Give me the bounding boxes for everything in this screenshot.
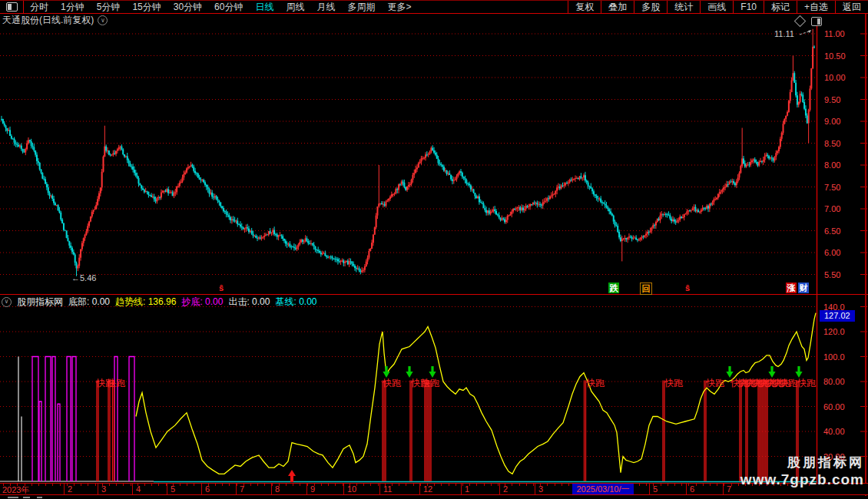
minor-tick — [661, 484, 661, 486]
high-price-label: 11.11 — [774, 29, 794, 38]
menu-item-period-7[interactable]: 周线 — [280, 1, 310, 13]
menu-item-period-5[interactable]: 60分钟 — [208, 1, 249, 13]
price-axis-label: 6.00 — [824, 248, 840, 257]
minor-tick — [484, 484, 485, 486]
menu-item-tool-5[interactable]: F10 — [733, 1, 764, 13]
minor-tick — [717, 484, 717, 486]
menu-item-tool-8[interactable]: 返回 — [835, 1, 868, 13]
date-axis-label: 6 — [690, 484, 694, 494]
minor-tick — [328, 484, 329, 486]
minor-tick — [646, 484, 647, 486]
chart-marker-s[interactable]: ŝ — [216, 283, 227, 293]
menu-item-period-10[interactable]: 更多> — [381, 1, 417, 13]
menu-item-period-4[interactable]: 30分钟 — [167, 1, 208, 13]
minor-tick — [222, 484, 223, 486]
price-axis-label: 9.50 — [824, 95, 840, 104]
minor-tick — [406, 484, 406, 486]
main-candlestick-chart[interactable]: 11.0010.5010.009.509.008.508.007.507.006… — [0, 26, 868, 295]
menu-item-period-3[interactable]: 15分钟 — [126, 1, 167, 13]
top-menu-bar: 分时1分钟5分钟15分钟30分钟60分钟日线周线月线多周期更多> 复权叠加多股统… — [0, 0, 868, 14]
minor-tick — [562, 484, 562, 486]
price-axis-label: 9.00 — [824, 117, 840, 126]
indicator-axis-label: 120.0 — [823, 327, 845, 336]
menu-item-tool-6[interactable]: 标记 — [764, 1, 797, 13]
minor-tick — [399, 484, 399, 486]
minor-tick — [639, 484, 640, 486]
minor-tick — [95, 484, 96, 486]
low-price-label: ←5.46 — [71, 273, 96, 283]
menu-item-period-9[interactable]: 多周期 — [341, 1, 381, 13]
minor-tick — [710, 484, 711, 486]
indicator-panel-chart[interactable]: 140.0120.0100.080.0060.0040.0020.00快跑快跑快… — [0, 295, 868, 483]
minor-tick — [441, 484, 442, 486]
month-separator — [419, 484, 420, 494]
minor-tick — [724, 484, 724, 486]
month-separator — [98, 484, 98, 494]
indicator-axis-label: 80.00 — [823, 377, 845, 386]
watermark: 股朋指标网 www.7gpzb.com — [740, 455, 864, 488]
month-separator — [167, 484, 167, 494]
minor-tick — [131, 484, 131, 486]
menu-item-period-0[interactable]: 分时 — [24, 1, 55, 13]
menu-item-tool-1[interactable]: 叠加 — [601, 1, 634, 13]
date-axis-label: 3 — [101, 484, 106, 494]
chart-marker-zhang[interactable]: 涨 — [786, 283, 797, 293]
minor-tick — [257, 484, 258, 486]
high-arrow — [800, 31, 809, 35]
month-separator — [461, 484, 462, 494]
date-axis-label: 6 — [205, 484, 210, 494]
clipped-text-fragment — [23, 497, 30, 498]
date-axis-label: 3 — [538, 484, 543, 494]
menu-item-period-2[interactable]: 5分钟 — [91, 1, 127, 13]
indicator-value-badge: 127.02 — [820, 310, 855, 322]
price-axis-label: 7.50 — [824, 183, 840, 192]
minor-tick — [293, 484, 293, 486]
minor-tick — [88, 484, 88, 486]
date-axis-label: 5 — [653, 484, 658, 494]
diamond-icon[interactable] — [794, 15, 807, 28]
period-menu: 分时1分钟5分钟15分钟30分钟60分钟日线周线月线多周期更多> — [0, 1, 417, 13]
chart-title-bar: 天通股份(日线.前复权) ∨ — [2, 15, 108, 26]
indicator-field-0: 底部: 0.00 — [68, 296, 110, 309]
menu-item-period-6[interactable]: 日线 — [249, 1, 280, 13]
indicator-field-4: 基线: 0.00 — [275, 296, 316, 309]
minor-tick — [180, 484, 181, 486]
clipped-text-fragment — [8, 497, 18, 498]
minor-tick — [668, 484, 668, 486]
minor-tick — [60, 484, 61, 486]
price-axis-label: 8.50 — [824, 139, 840, 148]
month-separator — [201, 484, 202, 494]
menu-item-tool-0[interactable]: 复权 — [568, 1, 601, 13]
month-separator — [271, 484, 272, 494]
menu-item-tool-7[interactable]: +自选 — [797, 1, 835, 13]
indicator-chevron-down-icon[interactable]: ∨ — [2, 297, 12, 307]
maximize-pane-icon[interactable] — [811, 17, 822, 26]
minor-tick — [476, 484, 477, 486]
buy-arrow-icon — [288, 470, 296, 482]
chart-marker-die[interactable]: 跌 — [608, 283, 619, 293]
minor-tick — [264, 484, 265, 486]
price-axis-label: 6.50 — [824, 226, 840, 236]
layout-toggle-button[interactable] — [0, 1, 24, 13]
month-separator — [499, 484, 500, 494]
date-axis[interactable]: 2025/03/10/一 2023年23456789101112123567 — [0, 483, 868, 495]
price-axis-label: 5.50 — [824, 270, 840, 279]
month-separator — [379, 484, 380, 494]
minor-tick — [456, 484, 456, 486]
menu-item-tool-3[interactable]: 统计 — [667, 1, 700, 13]
title-chevron-down-icon[interactable]: ∨ — [98, 15, 108, 25]
menu-item-period-8[interactable]: 月线 — [310, 1, 341, 13]
sell-arrow-icon — [768, 366, 775, 378]
indicator-name: 股朋指标网 — [17, 296, 63, 309]
chart-marker-cai[interactable]: 财 — [798, 283, 809, 293]
minor-tick — [681, 484, 682, 486]
menu-item-tool-4[interactable]: 画线 — [700, 1, 733, 13]
minor-tick — [151, 484, 152, 486]
chart-marker-hui[interactable]: 回 — [640, 283, 652, 295]
minor-tick — [363, 484, 364, 486]
menu-item-period-1[interactable]: 1分钟 — [55, 1, 91, 13]
menu-item-tool-2[interactable]: 多股 — [634, 1, 667, 13]
month-separator — [343, 484, 344, 494]
minor-tick — [526, 484, 527, 486]
chart-marker-s[interactable]: ŝ — [682, 283, 693, 293]
